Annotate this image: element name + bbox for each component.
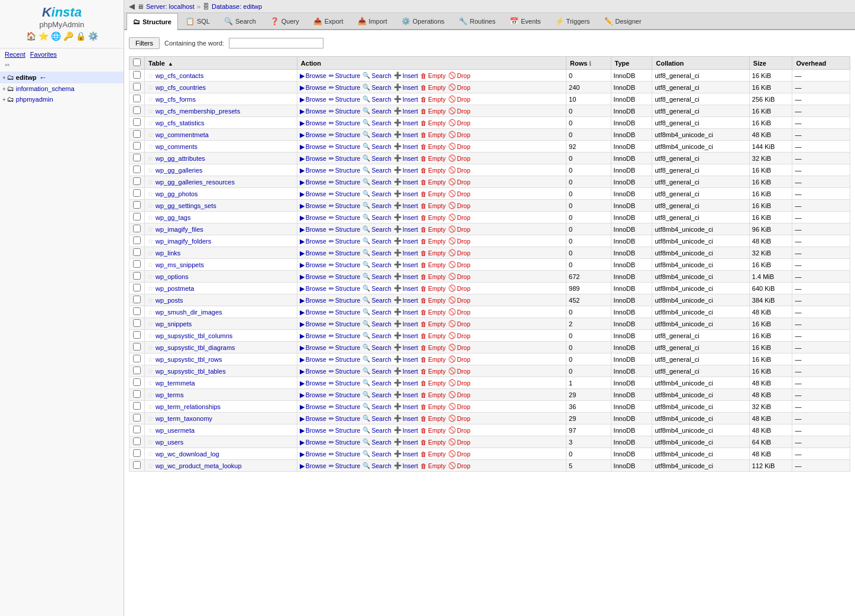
empty-link[interactable]: 🗑Empty (420, 202, 446, 209)
structure-link[interactable]: ✏Structure (329, 202, 361, 209)
structure-link[interactable]: ✏Structure (329, 143, 361, 150)
favorite-star-icon[interactable]: ☆ (147, 107, 154, 115)
browse-link[interactable]: ▶Browse (300, 143, 326, 150)
tab-triggers[interactable]: ⚡Triggers (549, 13, 597, 29)
browse-link[interactable]: ▶Browse (300, 439, 326, 446)
table-name-link[interactable]: wp_supsystic_tbl_tables (156, 368, 226, 375)
tab-search[interactable]: 🔍Search (218, 13, 263, 29)
row-checkbox[interactable] (133, 71, 141, 79)
search-link[interactable]: 🔍Search (362, 119, 391, 127)
empty-link[interactable]: 🗑Empty (420, 261, 446, 268)
drop-link[interactable]: 🚫Drop (448, 178, 471, 186)
insert-link[interactable]: ➕Insert (394, 225, 418, 233)
insert-link[interactable]: ➕Insert (394, 450, 418, 458)
empty-link[interactable]: 🗑Empty (420, 427, 446, 434)
empty-link[interactable]: 🗑Empty (420, 391, 446, 398)
drop-link[interactable]: 🚫Drop (448, 438, 471, 446)
structure-link[interactable]: ✏Structure (329, 415, 361, 422)
search-link[interactable]: 🔍Search (362, 131, 391, 138)
favorite-star-icon[interactable]: ☆ (147, 332, 154, 340)
drop-link[interactable]: 🚫Drop (448, 213, 471, 221)
empty-link[interactable]: 🗑Empty (420, 167, 446, 174)
empty-link[interactable]: 🗑Empty (420, 320, 446, 328)
search-link[interactable]: 🔍Search (362, 72, 391, 79)
browse-link[interactable]: ▶Browse (300, 344, 326, 351)
structure-link[interactable]: ✏Structure (329, 155, 361, 162)
rows-info-icon[interactable]: ℹ (589, 60, 591, 67)
empty-link[interactable]: 🗑Empty (420, 108, 446, 115)
empty-link[interactable]: 🗑Empty (420, 155, 446, 162)
insert-link[interactable]: ➕Insert (394, 107, 418, 115)
row-checkbox[interactable] (133, 367, 141, 374)
table-name-link[interactable]: wp_cfs_forms (156, 96, 196, 103)
insert-link[interactable]: ➕Insert (394, 367, 418, 375)
search-link[interactable]: 🔍Search (362, 95, 391, 103)
row-checkbox[interactable] (133, 461, 141, 469)
row-checkbox[interactable] (133, 166, 141, 173)
search-link[interactable]: 🔍Search (362, 83, 391, 91)
table-name-link[interactable]: wp_termmeta (156, 380, 195, 387)
drop-link[interactable]: 🚫Drop (448, 426, 471, 434)
favorite-star-icon[interactable]: ☆ (147, 320, 154, 328)
search-link[interactable]: 🔍Search (362, 462, 391, 469)
structure-link[interactable]: ✏Structure (329, 309, 361, 316)
browse-link[interactable]: ▶Browse (300, 96, 326, 103)
key-icon[interactable]: 🔑 (63, 31, 73, 41)
structure-link[interactable]: ✏Structure (329, 450, 361, 458)
search-link[interactable]: 🔍Search (362, 261, 391, 268)
drop-link[interactable]: 🚫Drop (448, 72, 471, 79)
search-link[interactable]: 🔍Search (362, 403, 391, 410)
favorite-star-icon[interactable]: ☆ (147, 166, 154, 174)
search-link[interactable]: 🔍Search (362, 367, 391, 375)
table-name-link[interactable]: wp_supsystic_tbl_rows (156, 356, 222, 363)
table-name-link[interactable]: wp_options (156, 273, 189, 280)
browse-link[interactable]: ▶Browse (300, 285, 326, 292)
browse-link[interactable]: ▶Browse (300, 403, 326, 410)
browse-link[interactable]: ▶Browse (300, 356, 326, 363)
drop-link[interactable]: 🚫Drop (448, 355, 471, 363)
row-checkbox[interactable] (133, 189, 141, 197)
browse-link[interactable]: ▶Browse (300, 450, 326, 458)
search-link[interactable]: 🔍Search (362, 284, 391, 292)
empty-link[interactable]: 🗑Empty (420, 403, 446, 410)
insert-link[interactable]: ➕Insert (394, 332, 418, 339)
browse-link[interactable]: ▶Browse (300, 131, 326, 138)
browse-link[interactable]: ▶Browse (300, 238, 326, 245)
browse-link[interactable]: ▶Browse (300, 309, 326, 316)
table-name-link[interactable]: wp_usermeta (156, 427, 195, 434)
favorite-star-icon[interactable]: ☆ (147, 213, 154, 222)
favorite-star-icon[interactable]: ☆ (147, 154, 154, 163)
drop-link[interactable]: 🚫Drop (448, 249, 471, 257)
search-link[interactable]: 🔍Search (362, 202, 391, 209)
favorite-star-icon[interactable]: ☆ (147, 462, 154, 470)
insert-link[interactable]: ➕Insert (394, 261, 418, 268)
row-checkbox[interactable] (133, 331, 141, 339)
drop-link[interactable]: 🚫Drop (448, 284, 471, 292)
table-name-link[interactable]: wp_links (156, 249, 180, 257)
structure-link[interactable]: ✏Structure (329, 226, 361, 233)
row-checkbox[interactable] (133, 378, 141, 386)
search-link[interactable]: 🔍Search (362, 320, 391, 328)
drop-link[interactable]: 🚫Drop (448, 202, 471, 209)
table-name-link[interactable]: wp_postmeta (156, 285, 194, 292)
search-link[interactable]: 🔍Search (362, 166, 391, 174)
browse-link[interactable]: ▶Browse (300, 190, 326, 197)
browse-link[interactable]: ▶Browse (300, 108, 326, 115)
structure-link[interactable]: ✏Structure (329, 167, 361, 174)
search-link[interactable]: 🔍Search (362, 178, 391, 186)
insert-link[interactable]: ➕Insert (394, 308, 418, 316)
favorites-link[interactable]: Favorites (30, 51, 57, 58)
structure-link[interactable]: ✏Structure (329, 462, 361, 469)
insert-link[interactable]: ➕Insert (394, 166, 418, 174)
drop-link[interactable]: 🚫Drop (448, 379, 471, 387)
table-name-link[interactable]: wp_smush_dir_images (156, 309, 222, 316)
empty-link[interactable]: 🗑Empty (420, 368, 446, 375)
insert-link[interactable]: ➕Insert (394, 379, 418, 387)
sidebar-item-editwp[interactable]: + 🗂 editwp ← (0, 72, 124, 83)
browse-link[interactable]: ▶Browse (300, 368, 326, 375)
drop-link[interactable]: 🚫Drop (448, 261, 471, 268)
row-checkbox[interactable] (133, 225, 141, 232)
favorite-star-icon[interactable]: ☆ (147, 343, 154, 352)
structure-link[interactable]: ✏Structure (329, 96, 361, 103)
search-link[interactable]: 🔍Search (362, 154, 391, 162)
